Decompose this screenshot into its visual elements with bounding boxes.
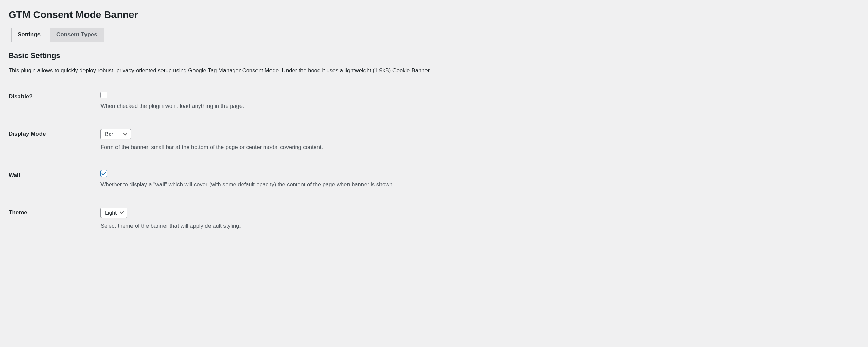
label-wall: Wall	[9, 165, 100, 202]
label-disable: Disable?	[9, 86, 100, 124]
theme-description: Select theme of the banner that will app…	[100, 221, 856, 230]
section-title: Basic Settings	[9, 51, 859, 60]
display-mode-select[interactable]: Bar	[100, 129, 131, 139]
wall-description: Whether to display a "wall" which will c…	[100, 180, 856, 189]
tab-settings[interactable]: Settings	[11, 28, 47, 42]
row-theme: Theme Light Select theme of the banner t…	[9, 202, 859, 244]
disable-description: When checked the plugin won't load anyth…	[100, 102, 856, 110]
tab-wrapper: Settings Consent Types	[9, 28, 859, 42]
label-display-mode: Display Mode	[9, 124, 100, 165]
display-mode-description: Form of the banner, small bar at the bot…	[100, 143, 856, 151]
disable-checkbox[interactable]	[100, 92, 107, 98]
tab-consent-types[interactable]: Consent Types	[50, 28, 104, 42]
row-disable: Disable? When checked the plugin won't l…	[9, 86, 859, 124]
form-table: Disable? When checked the plugin won't l…	[9, 86, 859, 243]
label-theme: Theme	[9, 202, 100, 244]
row-display-mode: Display Mode Bar Form of the banner, sma…	[9, 124, 859, 165]
row-wall: Wall Whether to display a "wall" which w…	[9, 165, 859, 202]
intro-text: This plugin allows to quickly deploy rob…	[9, 66, 859, 75]
wall-checkbox[interactable]	[100, 170, 107, 177]
theme-select[interactable]: Light	[100, 208, 127, 218]
page-title: GTM Consent Mode Banner	[9, 9, 859, 21]
